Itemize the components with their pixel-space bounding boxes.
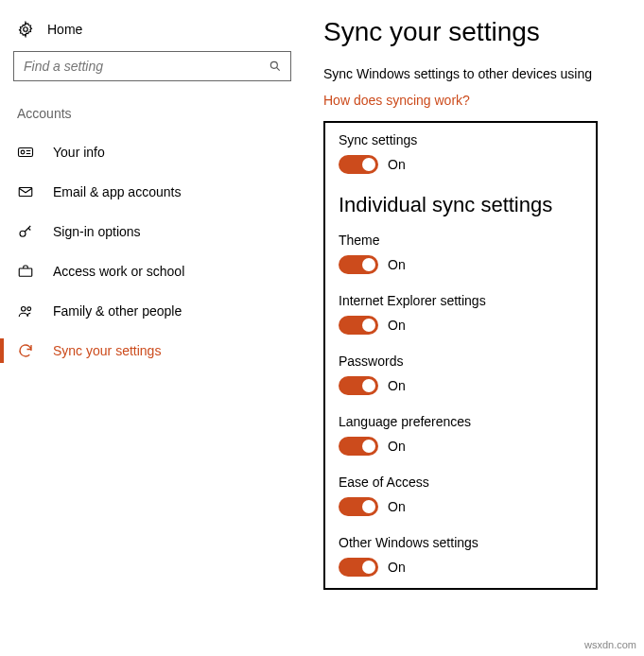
toggle-state: On	[388, 499, 406, 514]
sidebar-item-your-info[interactable]: Your info	[13, 132, 303, 172]
ie-settings-label: Internet Explorer settings	[339, 293, 583, 308]
sidebar-item-signin-options[interactable]: Sign-in options	[13, 212, 303, 251]
sidebar-item-label: Family & other people	[53, 303, 182, 319]
ease-of-access-toggle[interactable]	[339, 497, 378, 516]
theme-toggle[interactable]	[339, 255, 378, 274]
sidebar-item-email-accounts[interactable]: Email & app accounts	[13, 172, 303, 212]
toggle-state: On	[388, 318, 406, 333]
sidebar: Home Accounts Your info	[0, 0, 312, 656]
description-text: Sync Windows settings to other devices u…	[323, 66, 636, 81]
gear-icon	[17, 21, 34, 38]
toggle-state: On	[388, 257, 406, 272]
svg-rect-9	[19, 268, 32, 276]
other-windows-label: Other Windows settings	[339, 535, 583, 550]
search-input[interactable]	[14, 59, 260, 74]
sidebar-item-label: Sign-in options	[53, 224, 141, 239]
sidebar-item-label: Access work or school	[53, 264, 184, 279]
home-label: Home	[47, 22, 82, 37]
svg-point-11	[27, 307, 31, 311]
key-icon	[17, 223, 34, 240]
sidebar-item-label: Your info	[53, 145, 105, 160]
search-icon	[260, 60, 290, 73]
watermark: wsxdn.com	[584, 639, 636, 650]
theme-label: Theme	[339, 233, 583, 248]
svg-line-2	[276, 67, 279, 70]
language-label: Language preferences	[339, 414, 583, 429]
sidebar-item-access-work-school[interactable]: Access work or school	[13, 251, 303, 291]
section-header: Accounts	[13, 106, 303, 132]
briefcase-icon	[17, 263, 34, 280]
syncing-help-link[interactable]: How does syncing work?	[323, 93, 636, 108]
sidebar-item-label: Email & app accounts	[53, 184, 181, 199]
envelope-icon	[17, 183, 34, 200]
sync-settings-toggle[interactable]	[339, 155, 378, 174]
sidebar-item-label: Sync your settings	[53, 343, 161, 358]
individual-sync-heading: Individual sync settings	[339, 193, 583, 217]
user-icon	[17, 144, 34, 161]
svg-point-1	[270, 61, 277, 68]
passwords-toggle[interactable]	[339, 376, 378, 395]
toggle-state: On	[388, 560, 406, 575]
svg-point-4	[21, 150, 25, 154]
toggle-state: On	[388, 157, 406, 172]
toggle-state: On	[388, 439, 406, 454]
svg-point-8	[20, 231, 26, 236]
ease-of-access-label: Ease of Access	[339, 475, 583, 490]
sidebar-item-sync-settings[interactable]: Sync your settings	[13, 331, 303, 371]
people-icon	[17, 302, 34, 319]
search-box[interactable]	[13, 51, 291, 81]
ie-settings-toggle[interactable]	[339, 316, 378, 335]
page-title: Sync your settings	[323, 17, 636, 47]
main-content: Sync your settings Sync Windows settings…	[312, 0, 644, 656]
highlighted-settings-box: Sync settings On Individual sync setting…	[323, 121, 598, 590]
toggle-state: On	[388, 378, 406, 393]
svg-point-10	[22, 307, 26, 312]
other-windows-toggle[interactable]	[339, 558, 378, 577]
sidebar-item-family-people[interactable]: Family & other people	[13, 291, 303, 331]
sync-icon	[17, 342, 34, 359]
sync-settings-label: Sync settings	[339, 132, 583, 147]
svg-point-0	[24, 27, 28, 32]
language-toggle[interactable]	[339, 437, 378, 456]
passwords-label: Passwords	[339, 354, 583, 369]
svg-rect-7	[19, 188, 32, 197]
home-button[interactable]: Home	[13, 17, 303, 51]
